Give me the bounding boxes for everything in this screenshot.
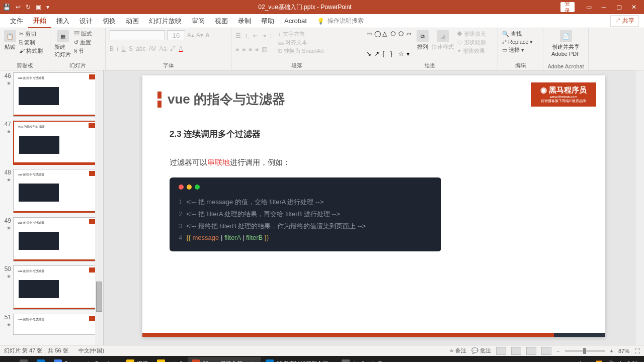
cut-button[interactable]: ✂ 剪切: [19, 30, 43, 38]
increase-font-icon[interactable]: A▴: [187, 32, 194, 39]
minimize-icon[interactable]: ─: [597, 2, 611, 12]
undo-icon[interactable]: ↩: [16, 4, 21, 11]
reading-view-icon[interactable]: [526, 347, 536, 355]
tray-volume-icon[interactable]: 🔊: [607, 360, 614, 363]
more-icon[interactable]: ▾: [46, 4, 49, 11]
indent-icon[interactable]: ⇥: [261, 32, 266, 41]
start-button[interactable]: ⊞: [2, 357, 15, 362]
tab-acrobat[interactable]: Acrobat: [279, 15, 312, 27]
align-right-icon[interactable]: ≡: [249, 46, 252, 53]
slide-editor[interactable]: ◉ 黑马程序员 www.itheima.com 传智播客旗下高端IT教育品牌 v…: [104, 70, 644, 345]
task-powerpoint[interactable]: 02_vue基础入门.ppt...: [188, 357, 261, 362]
tab-file[interactable]: 文件: [5, 15, 28, 28]
underline-icon[interactable]: U: [121, 45, 126, 52]
select-button[interactable]: ▭ 选择 ▾: [502, 46, 539, 54]
language-indicator[interactable]: 中文(中国): [78, 347, 104, 354]
linespacing-icon[interactable]: ↕: [269, 32, 272, 41]
task-folder-video[interactable]: 视频: [122, 357, 152, 362]
save-icon[interactable]: 💾: [3, 4, 11, 11]
tray-wifi-icon[interactable]: 📶: [596, 360, 603, 363]
format-painter-button[interactable]: 🖌 格式刷: [19, 47, 43, 55]
tab-animations[interactable]: 动画: [121, 15, 144, 28]
tab-insert[interactable]: 插入: [51, 15, 74, 28]
thumbnail-47[interactable]: 47★vue 的指令与过滤器: [2, 121, 101, 165]
tab-slideshow[interactable]: 幻灯片放映: [144, 15, 187, 28]
clear-format-icon[interactable]: A̷: [205, 32, 209, 39]
thumbnail-scrollbar[interactable]: [95, 70, 103, 345]
spacing-icon[interactable]: AV: [148, 45, 156, 52]
layout-button[interactable]: ▤ 版式: [74, 30, 92, 38]
close-icon[interactable]: ✕: [627, 2, 641, 12]
case-icon[interactable]: Aa: [159, 45, 167, 52]
task-chrome[interactable]: Document - Google...: [50, 357, 121, 362]
task-folder-ppt[interactable]: ppt-v3: [153, 357, 187, 362]
shape-outline-button[interactable]: ◇ 形状轮廓: [457, 39, 486, 46]
editor-scrollbar[interactable]: [636, 70, 644, 345]
tray-ime[interactable]: 中: [618, 360, 623, 363]
tab-view[interactable]: 视图: [210, 15, 233, 28]
shadow-icon[interactable]: abc: [136, 45, 145, 52]
tab-design[interactable]: 设计: [74, 15, 98, 28]
adobe-pdf-button[interactable]: 📄创建并共享 Adobe PDF: [547, 30, 584, 57]
task-typora[interactable]: day3.md - Typora: [338, 357, 399, 362]
justify-icon[interactable]: ≡: [255, 46, 259, 53]
zoom-in-icon[interactable]: +: [610, 348, 613, 354]
outdent-icon[interactable]: ⇤: [253, 32, 258, 41]
reset-button[interactable]: ↺ 重置: [74, 39, 92, 46]
zoom-level[interactable]: 87%: [618, 348, 629, 354]
text-direction-button[interactable]: ↕ 文字方向: [278, 30, 324, 38]
tell-me-search[interactable]: 💡 操作说明搜索: [317, 17, 364, 25]
tab-record[interactable]: 录制: [233, 15, 256, 28]
zoom-slider[interactable]: [565, 350, 605, 352]
shape-effects-button[interactable]: ✦ 形状效果: [457, 47, 486, 55]
smartart-button[interactable]: ⧉ 转换为 SmartArt: [278, 47, 324, 55]
thumbnail-49[interactable]: 49★vue 的指令与过滤器: [2, 217, 101, 261]
sorter-view-icon[interactable]: [511, 347, 521, 355]
comments-button[interactable]: 💬 批注: [471, 347, 491, 354]
strike-icon[interactable]: S: [129, 45, 133, 52]
shape-icon[interactable]: ◯: [374, 30, 381, 49]
task-edge[interactable]: [33, 357, 49, 362]
thumbnail-51[interactable]: 51★vue 的指令与过滤器: [2, 314, 101, 335]
font-size-input[interactable]: [167, 30, 185, 40]
copy-button[interactable]: ⎘ 复制: [19, 39, 43, 46]
align-left-icon[interactable]: ≡: [235, 46, 239, 53]
section-button[interactable]: § 节: [74, 47, 92, 55]
font-color-icon[interactable]: A: [179, 45, 183, 52]
login-button[interactable]: 登录: [560, 2, 575, 12]
italic-icon[interactable]: I: [117, 45, 118, 52]
share-button[interactable]: ↗ 共享: [610, 15, 639, 27]
fit-window-icon[interactable]: ⛶: [634, 348, 640, 354]
shape-icon[interactable]: ▱: [407, 30, 414, 49]
bold-icon[interactable]: B: [110, 45, 114, 52]
shape-fill-button[interactable]: ◆ 形状填充: [457, 30, 486, 38]
tab-review[interactable]: 审阅: [187, 15, 210, 28]
shape-icon[interactable]: ⬠: [398, 30, 406, 49]
slideshow-view-icon[interactable]: [541, 347, 551, 355]
highlight-icon[interactable]: 🖍: [170, 45, 176, 52]
task-app[interactable]: [16, 357, 32, 362]
align-text-button[interactable]: ▤ 对齐文本: [278, 39, 324, 46]
columns-icon[interactable]: ▥: [262, 46, 267, 53]
shape-icon[interactable]: △: [382, 30, 389, 49]
thumbnail-48[interactable]: 48★vue 的指令与过滤器: [2, 169, 101, 213]
slide-canvas[interactable]: ◉ 黑马程序员 www.itheima.com 传智播客旗下高端IT教育品牌 v…: [142, 75, 605, 337]
tab-transitions[interactable]: 切换: [98, 15, 121, 28]
zoom-out-icon[interactable]: −: [556, 348, 559, 354]
normal-view-icon[interactable]: [496, 347, 506, 355]
thumbnail-50[interactable]: 50★vue 的指令与过滤器: [2, 265, 101, 310]
system-tray[interactable]: ^ ☁ 📶 🔊 中 9:31: [579, 360, 642, 363]
tray-cloud-icon[interactable]: ☁: [586, 360, 592, 363]
align-center-icon[interactable]: ≡: [242, 46, 246, 53]
notes-button[interactable]: ≐ 备注: [449, 347, 466, 354]
tab-help[interactable]: 帮助: [256, 15, 279, 28]
slide-counter[interactable]: 幻灯片 第 47 张，共 56 张: [4, 347, 68, 354]
tab-home[interactable]: 开始: [28, 14, 51, 28]
thumbnail-46[interactable]: 46★vue 的指令与过滤器: [2, 72, 101, 117]
present-icon[interactable]: ▣: [36, 4, 41, 11]
bullets-icon[interactable]: ☰: [235, 32, 241, 41]
replace-button[interactable]: ⇄ Replace ▾: [502, 39, 539, 45]
redo-icon[interactable]: ↻: [26, 4, 31, 11]
task-vscode[interactable]: 02.私有过滤器和全局...: [262, 357, 337, 362]
numbering-icon[interactable]: ⒈: [244, 32, 250, 41]
